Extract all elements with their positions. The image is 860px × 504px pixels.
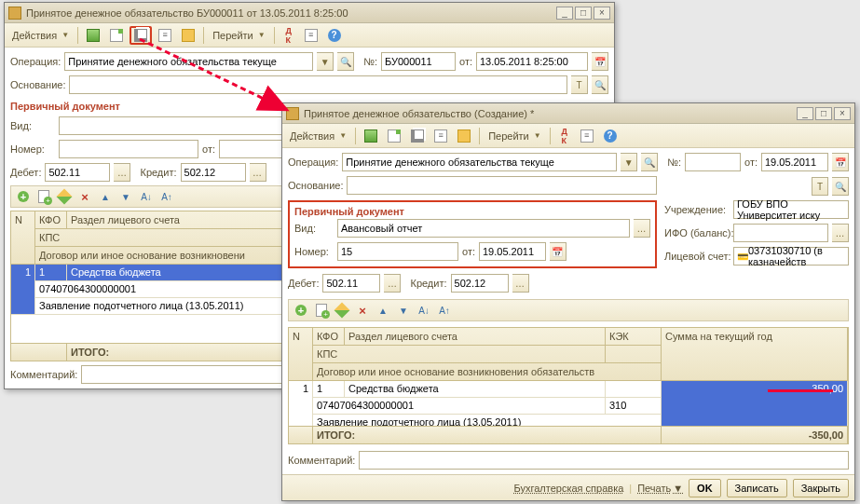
kredit-field[interactable]: 502.12 [451, 274, 509, 293]
calendar-icon[interactable]: 📅 [832, 153, 849, 171]
operation-field[interactable]: Принятие денежного обязательства текуще [342, 153, 617, 171]
debet-field[interactable]: 502.11 [45, 163, 110, 182]
search-icon[interactable]: 🔍 [337, 52, 354, 71]
uchr-field[interactable]: ГОБУ ВПО Университет иску [733, 200, 849, 219]
toolbar-btn-7[interactable] [301, 26, 321, 45]
sort-desc-button[interactable]: A↑ [436, 302, 453, 319]
ellipsis-icon[interactable]: … [512, 274, 529, 293]
toolbar-btn-5[interactable] [178, 26, 198, 45]
vid-field[interactable]: Авансовый отчет [337, 219, 630, 238]
col-n[interactable]: N [11, 211, 35, 265]
toolbar-btn-2[interactable] [384, 127, 404, 145]
toolbar-btn-1[interactable] [361, 127, 381, 145]
kredit-field[interactable]: 502.12 [181, 163, 246, 182]
lookup-icon[interactable]: 🔍 [832, 177, 849, 196]
spravka-link[interactable]: Бухгалтерская справка [513, 483, 623, 494]
primary-doc-box: Первичный документ Вид: Авансовый отчет … [288, 200, 657, 268]
nomer-date-field[interactable]: 19.05.2011 [479, 242, 546, 261]
print-menu[interactable]: Печать▼ [637, 483, 683, 494]
col-dog[interactable]: Договор или иное основание возникновения… [313, 363, 662, 381]
basis-field[interactable] [69, 75, 567, 94]
delete-row-button[interactable]: × [354, 302, 371, 319]
toolbar-btn-7[interactable] [577, 127, 597, 145]
doc-no-field[interactable]: БУ000011 [381, 52, 456, 71]
basis-field[interactable] [347, 176, 657, 195]
calendar-icon[interactable]: 📅 [550, 242, 567, 261]
nomer-field[interactable]: 15 [337, 242, 458, 261]
col-kps[interactable]: КПС [313, 346, 606, 363]
text-icon[interactable]: T [571, 75, 588, 94]
maximize-button[interactable]: □ [815, 107, 832, 120]
sort-asc-button[interactable]: A↓ [416, 302, 432, 319]
ellipsis-icon[interactable]: … [250, 163, 266, 182]
move-up-button[interactable]: ▲ [97, 188, 114, 205]
delete-row-button[interactable]: × [76, 188, 93, 205]
toolbar-btn-5[interactable] [454, 127, 474, 145]
total-sum: -350,00 [662, 427, 848, 443]
lookup-icon[interactable]: 🔍 [592, 75, 608, 94]
titlebar[interactable]: Принятое денежное обязательство БУ000011… [5, 3, 614, 23]
add-copy-button[interactable] [313, 302, 330, 319]
toolbar-btn-2[interactable] [106, 26, 127, 45]
comment-field[interactable] [359, 451, 849, 470]
add-copy-button[interactable] [35, 188, 52, 205]
col-kek[interactable]: КЭК [606, 328, 662, 346]
nomer-field[interactable] [59, 140, 198, 158]
ok-button[interactable]: OK [689, 479, 721, 497]
edit-row-button[interactable] [56, 188, 73, 205]
ellipsis-icon[interactable]: … [634, 219, 650, 238]
ellipsis-icon[interactable]: … [832, 224, 849, 242]
minimize-button[interactable]: _ [556, 7, 573, 20]
lits-field[interactable]: 💳 03731030710 (в казначейств [733, 247, 849, 266]
dk-button[interactable]: ДК [555, 127, 574, 145]
move-down-button[interactable]: ▼ [395, 302, 412, 319]
doc-date-field[interactable]: 13.05.2011 8:25:00 [476, 52, 588, 71]
toolbar-btn-4[interactable] [430, 127, 451, 145]
copy-button[interactable] [407, 127, 428, 145]
main-toolbar: Действия▼ Перейти▼ ДК ? [282, 124, 854, 148]
operation-field[interactable]: Принятие денежного обязательства текуще [64, 52, 313, 71]
col-sum[interactable]: Сумма на текущий год [662, 328, 848, 381]
col-n[interactable]: N [289, 328, 313, 381]
close-button[interactable]: Закрыть [793, 479, 849, 497]
text-icon[interactable]: T [812, 177, 828, 196]
toolbar-btn-1[interactable] [83, 26, 103, 45]
close-button[interactable]: × [834, 107, 851, 120]
help-button[interactable]: ? [600, 127, 621, 145]
search-icon[interactable]: 🔍 [641, 153, 658, 171]
goto-menu[interactable]: Перейти▼ [209, 26, 269, 45]
help-button[interactable]: ? [324, 26, 345, 45]
add-row-button[interactable]: + [15, 188, 32, 205]
move-up-button[interactable]: ▲ [375, 302, 391, 319]
move-down-button[interactable]: ▼ [117, 188, 134, 205]
dropdown-icon[interactable]: ▼ [621, 153, 637, 171]
dk-button[interactable]: ДК [280, 26, 298, 45]
titlebar[interactable]: Принятое денежное обязательство (Создани… [282, 103, 854, 124]
dropdown-icon[interactable]: ▼ [317, 52, 334, 71]
col-razdel[interactable]: Раздел лицевого счета [345, 328, 606, 346]
sort-asc-button[interactable]: A↓ [138, 188, 155, 205]
actions-menu[interactable]: Действия▼ [8, 26, 73, 45]
ifo-field[interactable] [733, 224, 828, 242]
col-kfo[interactable]: КФО [35, 211, 67, 229]
copy-button[interactable] [130, 26, 152, 45]
save-button[interactable]: Записать [727, 479, 787, 497]
goto-menu[interactable]: Перейти▼ [485, 127, 545, 145]
doc-date-field[interactable]: 19.05.2011 [761, 153, 828, 171]
doc-no-field[interactable] [685, 153, 741, 171]
sort-desc-button[interactable]: A↑ [158, 188, 175, 205]
table-row[interactable]: 1 1 Средства бюджета 07407064300000001 3… [289, 381, 848, 426]
toolbar-btn-4[interactable] [155, 26, 175, 45]
ellipsis-icon[interactable]: … [114, 163, 130, 182]
close-button[interactable]: × [594, 7, 610, 20]
maximize-button[interactable]: □ [575, 7, 592, 20]
col-kfo[interactable]: КФО [313, 328, 345, 346]
debet-field[interactable]: 502.11 [322, 274, 380, 293]
calendar-icon[interactable]: 📅 [592, 52, 608, 71]
edit-row-button[interactable] [334, 302, 350, 319]
ellipsis-icon[interactable]: … [384, 274, 401, 293]
lines-grid[interactable]: N КФО Раздел лицевого счета КЭК КПС Дого… [288, 327, 849, 444]
add-row-button[interactable]: + [293, 302, 309, 319]
minimize-button[interactable]: _ [797, 107, 813, 120]
actions-menu[interactable]: Действия▼ [286, 127, 350, 145]
